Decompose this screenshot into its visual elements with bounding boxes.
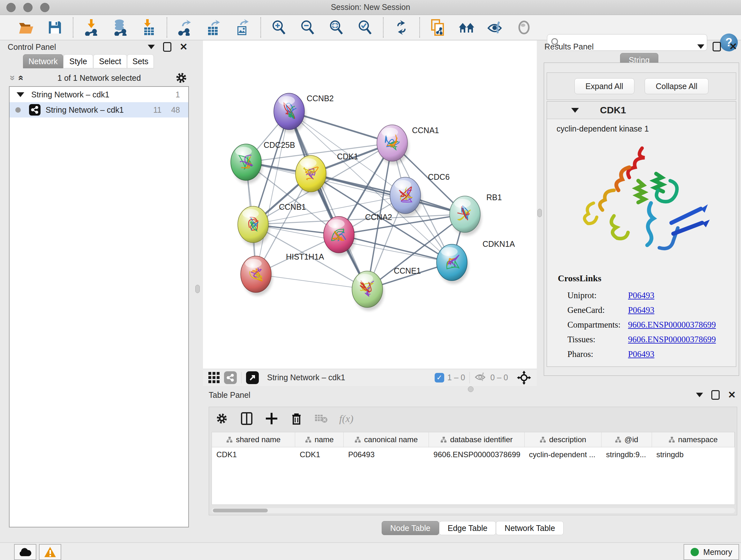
edge-CCNB2-CCNE1[interactable] — [289, 111, 367, 289]
column-header-canonical-name[interactable]: canonical name — [344, 432, 429, 447]
delete-table-icon-disabled — [314, 412, 328, 426]
network-canvas[interactable]: CCNB2CCNA1CDC25BCDK1CDC6RB1CCNB1CCNA2CDK… — [203, 41, 537, 369]
show-columns-icon[interactable] — [240, 412, 254, 426]
export-table-icon[interactable] — [205, 19, 222, 36]
tab-style[interactable]: Style — [63, 54, 93, 68]
network-options-gear-icon[interactable] — [174, 71, 188, 85]
node-CDC6[interactable] — [390, 177, 422, 217]
collapse-panel-icon[interactable] — [148, 45, 155, 49]
tab-select[interactable]: Select — [93, 54, 127, 68]
zoom-fit-icon[interactable] — [328, 19, 345, 36]
left-splitter-handle[interactable] — [195, 285, 200, 293]
column-header-@id[interactable]: @id — [602, 432, 652, 447]
delete-column-icon[interactable] — [289, 412, 304, 426]
crosslink-link-3[interactable]: 9606.ENSP00000378699 — [628, 334, 716, 345]
network-row-selected[interactable]: String Network – cdk1 11 48 — [10, 102, 188, 118]
column-header-database-identifier[interactable]: database identifier — [429, 432, 524, 447]
table-cell[interactable]: stringdb:9... — [602, 447, 652, 462]
export-network-icon[interactable] — [177, 19, 193, 36]
close-results-icon[interactable]: ✕ — [729, 42, 737, 51]
table-cell[interactable]: 9606.ENSP00000378699 — [429, 447, 524, 462]
hide-selected-eye-icon[interactable] — [487, 19, 503, 36]
network-collection-row[interactable]: String Network – cdk1 1 — [10, 87, 188, 102]
node-HIST1H1A[interactable] — [241, 256, 273, 296]
crosslink-link-1[interactable]: P06493 — [628, 305, 655, 315]
tab-network-table[interactable]: Network Table — [496, 521, 563, 535]
crosslink-link-0[interactable]: P06493 — [628, 291, 655, 300]
node-table[interactable]: shared namenamecanonical namedatabase id… — [212, 432, 735, 505]
tab-sets[interactable]: Sets — [127, 54, 154, 68]
edge-CCNB2-HIST1H1A[interactable] — [256, 111, 289, 274]
crosslink-link-4[interactable]: P06493 — [628, 349, 655, 359]
cloud-status-button[interactable] — [14, 544, 37, 560]
attribute-icon — [615, 436, 621, 443]
zoom-out-icon[interactable] — [299, 19, 316, 36]
gene-expander-icon[interactable] — [571, 108, 579, 113]
collapse-all-button[interactable]: Collapse All — [645, 78, 709, 94]
edge-HIST1H1A-CCNE1[interactable] — [256, 274, 367, 289]
houses-icon[interactable] — [458, 19, 475, 36]
collapse-table-icon[interactable] — [696, 393, 703, 397]
export-image-icon[interactable] — [234, 19, 251, 36]
node-CCNB1[interactable] — [238, 206, 270, 246]
node-CDC25B[interactable] — [231, 144, 263, 184]
column-header-name[interactable]: name — [295, 432, 344, 447]
add-column-icon[interactable] — [265, 412, 279, 426]
right-splitter-handle[interactable] — [537, 209, 542, 217]
float-table-icon[interactable] — [711, 390, 720, 400]
table-cell[interactable]: P06493 — [344, 447, 429, 462]
crosslink-link-2[interactable]: 9606.ENSP00000378699 — [628, 320, 716, 330]
column-header-namespace[interactable]: namespace — [652, 432, 735, 447]
open-session-icon[interactable] — [18, 19, 35, 36]
close-table-icon[interactable]: ✕ — [728, 390, 736, 400]
pan-crosshair-icon[interactable] — [516, 369, 532, 386]
selected-nodes-checkbox[interactable]: ✓ — [434, 373, 444, 382]
table-options-gear-icon[interactable] — [215, 412, 229, 426]
crosslinks-section: CrossLinks Uniprot:P06493GeneCard:P06493… — [558, 273, 716, 361]
node-CCNA2[interactable] — [324, 216, 355, 256]
table-cell[interactable]: cyclin-dependent ... — [525, 447, 602, 462]
collapse-all-networks-icon[interactable]: « — [9, 75, 14, 81]
memory-button[interactable]: Memory — [684, 544, 739, 560]
refresh-layout-icon[interactable] — [393, 19, 410, 36]
node-CDKN1A[interactable] — [436, 244, 468, 284]
string-badge-icon[interactable] — [224, 371, 237, 384]
detach-view-icon[interactable] — [246, 371, 259, 384]
tab-network[interactable]: Network — [23, 54, 63, 68]
float-panel-icon[interactable] — [163, 42, 172, 52]
gene-header[interactable]: CDK1 — [547, 102, 736, 119]
table-row[interactable]: CDK1CDK1P064939606.ENSP00000378699cyclin… — [212, 447, 735, 462]
table-cell[interactable]: CDK1 — [212, 447, 295, 462]
table-horizontal-scrollbar[interactable] — [212, 508, 735, 513]
scrollbar-thumb[interactable] — [213, 509, 268, 512]
zoom-in-icon[interactable] — [271, 19, 287, 36]
import-network-database-icon[interactable] — [112, 19, 128, 36]
tab-node-table[interactable]: Node Table — [382, 521, 439, 535]
zoom-selected-icon[interactable] — [357, 19, 374, 36]
node-RB1[interactable] — [450, 196, 482, 236]
network-view[interactable]: CCNB2CCNA1CDC25BCDK1CDC6RB1CCNB1CCNA2CDK… — [203, 41, 537, 369]
expand-all-networks-icon[interactable]: « — [18, 75, 24, 81]
import-network-file-icon[interactable] — [83, 19, 99, 36]
save-session-icon[interactable] — [47, 19, 63, 36]
bottom-splitter-handle[interactable] — [468, 386, 474, 392]
close-panel-icon[interactable]: ✕ — [180, 42, 188, 52]
warning-status-button[interactable] — [39, 544, 61, 560]
node-CCNE1[interactable] — [352, 271, 384, 311]
import-table-file-icon[interactable] — [140, 19, 157, 36]
node-CCNA1[interactable] — [377, 125, 409, 165]
show-all-eye-icon[interactable] — [516, 19, 532, 36]
float-results-icon[interactable] — [713, 42, 721, 51]
table-cell[interactable]: CDK1 — [295, 447, 344, 462]
table-cell[interactable]: stringdb — [652, 447, 735, 462]
column-header-description[interactable]: description — [525, 432, 602, 447]
first-neighbors-icon[interactable] — [429, 19, 446, 36]
column-header-shared-name[interactable]: shared name — [212, 432, 295, 447]
birdseye-grid-icon[interactable] — [207, 370, 221, 385]
node-CDK1[interactable] — [295, 155, 327, 195]
collapse-results-icon[interactable] — [697, 44, 704, 49]
expand-all-button[interactable]: Expand All — [575, 78, 634, 94]
node-CCNB2[interactable] — [274, 93, 306, 133]
tab-edge-table[interactable]: Edge Table — [439, 521, 496, 535]
collection-expander-icon[interactable] — [17, 92, 24, 97]
